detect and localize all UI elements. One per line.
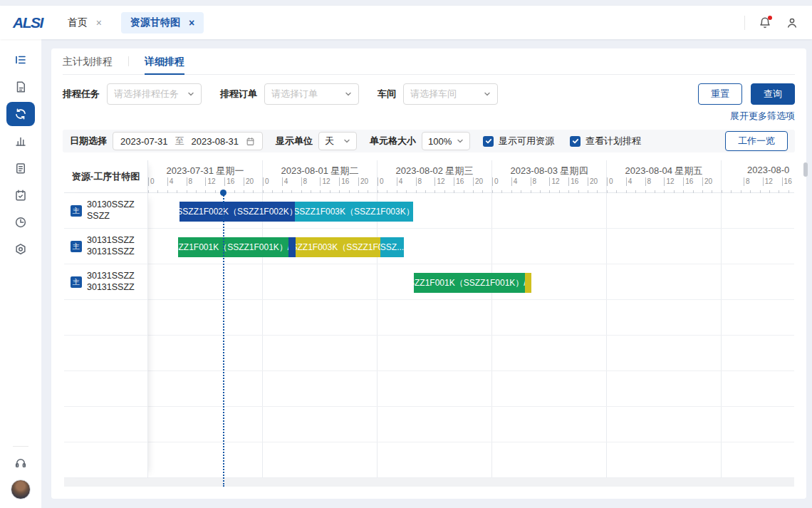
task-bar[interactable]: SSZZ1F003K（SSZZ1F0... [296, 237, 380, 257]
tab-detail-schedule[interactable]: 详细排程 [145, 48, 184, 75]
sync-icon [14, 108, 27, 120]
sidebar-item-menu[interactable] [6, 48, 35, 72]
date-range-picker[interactable]: 2023-07-31 至 2023-08-31 [113, 132, 263, 150]
resource-row-empty [64, 407, 147, 442]
hour-ticks: 048121620 [263, 176, 377, 193]
current-time-line [223, 193, 224, 487]
tab-resource-gantt[interactable]: 资源甘特图 × [121, 12, 204, 33]
reset-button[interactable]: 重置 [698, 83, 742, 105]
tab-home[interactable]: 首页 × [58, 12, 111, 33]
close-icon[interactable]: × [96, 18, 102, 28]
horizontal-scrollbar[interactable] [64, 478, 794, 487]
cell-size-value: 100% [428, 136, 452, 147]
hour-ticks: 048121620 [148, 176, 262, 193]
resource-row[interactable]: 主 30130SSZZSSZZ [64, 193, 147, 229]
resource-row[interactable]: 主 30131SSZZ30131SSZZ [64, 229, 147, 264]
task-bar[interactable]: SSZZ1F001K（SSZZ1F001K）/ ... [414, 273, 525, 293]
cell-size-label: 单元格大小 [370, 135, 416, 147]
tab-resource-gantt-label: 资源甘特图 [130, 16, 180, 29]
tabs-divider [128, 56, 129, 66]
user-avatar[interactable] [11, 480, 31, 499]
gear-icon [14, 243, 27, 256]
hour-ticks: 81216 [722, 176, 794, 193]
hour-ticks: 048121620 [378, 176, 491, 193]
resource-name-line2: 30131SSZZ [87, 282, 135, 292]
task-bar[interactable]: SSZ... [380, 237, 404, 257]
vertical-scrollbar[interactable] [803, 162, 808, 490]
date-range-label: 日期选择 [70, 135, 107, 147]
window-tabs: 首页 × 资源甘特图 × [58, 12, 204, 33]
resource-row-empty [64, 371, 147, 407]
view-plan-label: 查看计划排程 [585, 135, 641, 147]
app-logo: ALSI [13, 14, 43, 31]
document-icon [14, 81, 27, 93]
query-button[interactable]: 查询 [751, 83, 795, 105]
topbar-divider [744, 16, 745, 30]
task-bar[interactable]: SSZZ1F001K（SSZZ1F001K）/ ... [178, 237, 288, 257]
chevron-down-icon [345, 90, 352, 98]
resource-name-line2: SSZZ [87, 211, 110, 221]
sidebar-item-settings[interactable] [6, 237, 35, 261]
main-panel: 主计划排程 详细排程 排程任务 请选择排程任务 排程订单 请选择订单 车间 请选… [51, 48, 806, 499]
date-end-value: 2023-08-31 [192, 136, 239, 147]
day-column-header: 2023-08-02 星期三 048121620 [378, 160, 492, 192]
work-overview-button[interactable]: 工作一览 [725, 131, 788, 151]
topbar: ALSI 首页 × 资源甘特图 × [0, 6, 812, 39]
menu-icon [14, 53, 27, 66]
display-unit-label: 显示单位 [276, 135, 313, 147]
date-separator: 至 [175, 135, 184, 147]
sidebar-item-documents[interactable] [6, 75, 35, 99]
resource-icon: 主 [71, 205, 82, 217]
tab-home-label: 首页 [68, 16, 88, 29]
expand-more-filters-link[interactable]: 展开更多筛选项 [730, 110, 795, 123]
chevron-down-icon [484, 90, 491, 98]
current-time-dot[interactable] [220, 190, 227, 196]
task-bar[interactable] [525, 273, 531, 293]
gantt-body: SSZZ1F002K（SSZZ1F002K） SSZZ1F003K（SSZZ1F… [64, 193, 794, 478]
gantt-toolbar: 日期选择 2023-07-31 至 2023-08-31 显示单位 天 单元格大… [63, 130, 795, 152]
order-select[interactable]: 请选择订单 [264, 83, 359, 105]
task-bar[interactable]: SSZZ1F003K（SSZZ1F003K） [295, 202, 413, 222]
day-column-header: 2023-08-03 星期四 048121620 [492, 160, 607, 192]
workshop-select[interactable]: 请选择车间 [403, 83, 498, 105]
task-select[interactable]: 请选择排程任务 [107, 83, 202, 105]
chevron-down-icon [187, 90, 194, 98]
order-filter-label: 排程订单 [220, 88, 257, 100]
sidebar-item-orders[interactable] [6, 156, 35, 180]
headset-icon[interactable] [14, 457, 27, 470]
filter-actions: 重置 查询 [698, 83, 795, 105]
task-bar[interactable] [288, 237, 296, 257]
task-bar[interactable]: SSZZ1F002K（SSZZ1F002K） [179, 202, 295, 222]
clock-icon [14, 216, 27, 229]
gantt-chart: 资源-工序甘特图 2023-07-31 星期一 048121620 2023-0… [64, 160, 794, 487]
workshop-select-placeholder: 请选择车间 [410, 88, 457, 100]
resource-icon: 主 [71, 276, 82, 288]
close-icon[interactable]: × [189, 18, 194, 28]
hour-ticks: 048121620 [607, 176, 721, 193]
display-unit-select[interactable]: 天 [318, 132, 357, 150]
task-filter-label: 排程任务 [63, 88, 100, 100]
cell-size-select[interactable]: 100% [422, 132, 470, 150]
resource-icon: 主 [71, 241, 82, 252]
sidebar-item-calendar[interactable] [6, 183, 35, 207]
resource-column: 主 30130SSZZSSZZ 主 30131SSZZ30131SSZZ 主 3… [64, 193, 148, 478]
checkbox-checked-icon [570, 136, 581, 147]
show-available-checkbox[interactable]: 显示可用资源 [483, 135, 554, 147]
resource-row-empty [64, 336, 147, 371]
user-icon[interactable] [785, 16, 799, 30]
bar-chart-icon [14, 135, 27, 147]
sidebar-item-time[interactable] [6, 210, 35, 234]
view-plan-checkbox[interactable]: 查看计划排程 [570, 135, 641, 147]
resource-row-empty [64, 300, 147, 336]
clipboard-icon [14, 162, 27, 175]
day-column-header: 2023-08-01 星期二 048121620 [263, 160, 378, 192]
calendar-icon [246, 137, 255, 146]
tab-master-schedule[interactable]: 主计划排程 [63, 48, 113, 75]
sidebar-item-scheduling[interactable] [6, 102, 35, 126]
display-unit-value: 天 [325, 135, 334, 147]
notification-bell-icon[interactable] [758, 16, 772, 30]
sidebar-item-reports[interactable] [6, 129, 35, 153]
vertical-scrollbar-thumb[interactable] [803, 162, 808, 177]
resource-row[interactable]: 主 30131SSZZ30131SSZZ [64, 264, 147, 300]
sidebar-bottom [11, 446, 31, 508]
